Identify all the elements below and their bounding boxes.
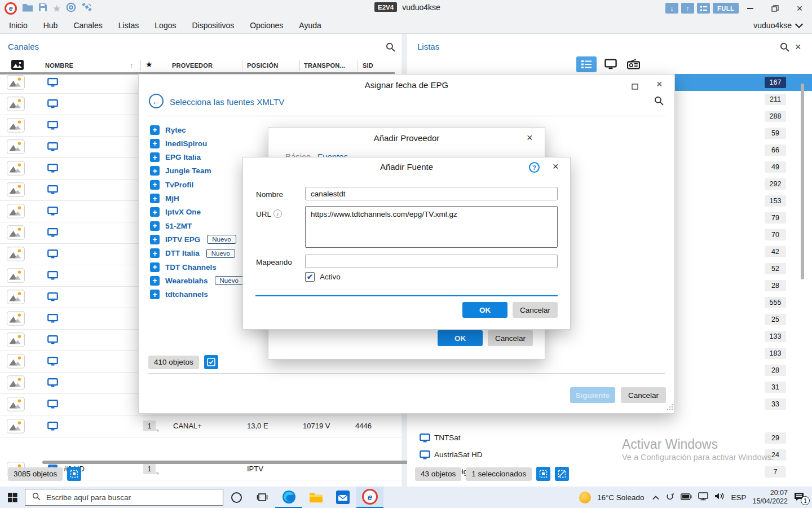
xmltv-source-name[interactable]: InediSpirou xyxy=(165,139,207,148)
edge-taskbar-icon[interactable] xyxy=(275,487,302,508)
add-source-plus-icon[interactable]: + xyxy=(150,152,160,162)
radio-lists-button[interactable] xyxy=(627,58,640,72)
clock[interactable]: 20:07 15/04/2022 xyxy=(752,489,788,506)
open-folder-icon[interactable] xyxy=(22,3,33,14)
menu-hub[interactable]: Hub xyxy=(36,18,66,33)
save-icon[interactable] xyxy=(38,3,47,14)
add-source-plus-icon[interactable]: + xyxy=(150,139,160,148)
lists-search-icon[interactable] xyxy=(780,42,789,54)
favorite-column-star-icon[interactable]: ★ xyxy=(145,60,153,69)
menu-opciones[interactable]: Opciones xyxy=(242,18,291,33)
close-icon[interactable]: × xyxy=(527,133,533,143)
full-mode-button[interactable]: FULL xyxy=(713,3,739,14)
xmltv-source-name[interactable]: 51-ZMT xyxy=(165,222,192,230)
start-button[interactable] xyxy=(0,487,25,508)
mapping-input[interactable] xyxy=(305,255,558,268)
menu-canales[interactable]: Canales xyxy=(65,18,110,33)
weather-text[interactable]: 16°C Soleado xyxy=(597,493,644,502)
close-icon[interactable]: × xyxy=(656,79,663,89)
deselect-all-button[interactable] xyxy=(555,467,569,481)
sync-tray-icon[interactable] xyxy=(665,492,674,503)
add-source-plus-icon[interactable]: + xyxy=(150,262,160,272)
picon-column-icon[interactable] xyxy=(11,60,24,72)
weather-sun-icon[interactable] xyxy=(579,492,591,503)
menu-ayuda[interactable]: Ayuda xyxy=(291,18,329,33)
add-source-plus-icon[interactable]: + xyxy=(150,207,160,217)
xmltv-source-name[interactable]: Jungle Team xyxy=(165,167,211,175)
restore-button[interactable] xyxy=(762,0,787,17)
vertical-scrollbar[interactable] xyxy=(801,84,804,279)
list-item[interactable]: TNTSat29 xyxy=(407,430,812,446)
task-view-button[interactable] xyxy=(249,487,275,508)
list-view-button[interactable] xyxy=(576,56,597,72)
add-source-plus-icon[interactable]: + xyxy=(150,166,160,176)
file-explorer-taskbar-icon[interactable] xyxy=(302,487,329,508)
cortana-button[interactable] xyxy=(223,487,249,508)
taskbar-search[interactable]: Escribe aquí para buscar xyxy=(25,489,223,506)
menu-logos[interactable]: Logos xyxy=(147,18,184,33)
select-all-button[interactable] xyxy=(536,467,550,481)
next-button[interactable]: Siguiente xyxy=(570,387,615,403)
download-from-box-button[interactable]: ↓ xyxy=(665,3,678,14)
close-button[interactable]: × xyxy=(787,0,812,17)
column-proveedor[interactable]: PROVEEDOR xyxy=(172,62,213,69)
url-textarea[interactable]: https://www.tdtchannels.com/epg/TV.xml.g… xyxy=(305,206,558,248)
xmltv-source-name[interactable]: DTT Italia xyxy=(165,249,200,257)
column-nombre[interactable]: NOMBRE xyxy=(45,62,73,69)
xmltv-source-name[interactable]: Rytec xyxy=(165,126,186,134)
network-tray-icon[interactable] xyxy=(698,492,708,503)
select-all-button[interactable] xyxy=(67,467,81,481)
cancel-button[interactable]: Cancelar xyxy=(513,302,558,318)
column-sid[interactable]: SID xyxy=(363,62,373,69)
echannelizer-taskbar-icon[interactable]: e xyxy=(356,487,383,508)
target-icon[interactable] xyxy=(66,2,76,15)
xmltv-source-name[interactable]: TDT Channels xyxy=(165,263,217,271)
notification-center-button[interactable]: 1 xyxy=(794,491,809,503)
add-source-plus-icon[interactable]: + xyxy=(150,248,160,258)
maximize-icon[interactable] xyxy=(632,82,638,92)
add-source-plus-icon[interactable]: + xyxy=(150,125,160,135)
close-icon[interactable]: × xyxy=(553,161,559,172)
add-source-plus-icon[interactable]: + xyxy=(150,290,160,299)
menu-inicio[interactable]: Inicio xyxy=(1,18,36,33)
xmltv-source-name[interactable]: EPG Italia xyxy=(165,153,201,161)
favorites-star-icon[interactable]: ★ xyxy=(52,4,61,14)
minimize-button[interactable] xyxy=(738,0,762,17)
check-all-button[interactable] xyxy=(204,355,218,369)
mail-taskbar-icon[interactable] xyxy=(329,487,356,508)
profile-selector[interactable]: vuduo4kse xyxy=(753,21,802,30)
battery-tray-icon[interactable] xyxy=(681,492,692,502)
cancel-button[interactable]: Cancelar xyxy=(621,387,666,403)
channel-row-canalplus[interactable]: 1 CANAL+ 13,0 E 10719 V 4446 xyxy=(0,416,401,437)
ok-button[interactable]: OK xyxy=(462,302,508,318)
cancel-button[interactable]: Cancelar xyxy=(488,330,533,346)
xmltv-source-name[interactable]: tdtchannels xyxy=(165,290,208,299)
upload-to-box-button[interactable]: ↑ xyxy=(681,3,694,14)
column-transpondedor[interactable]: TRANSPON... xyxy=(304,62,345,69)
satellite-icon[interactable] xyxy=(81,2,92,15)
help-icon[interactable]: ? xyxy=(529,162,540,173)
add-source-plus-icon[interactable]: + xyxy=(150,276,160,286)
horizontal-scrollbar[interactable] xyxy=(42,461,430,464)
resize-grip[interactable] xyxy=(667,402,673,413)
name-input[interactable] xyxy=(305,187,558,200)
add-source-plus-icon[interactable]: + xyxy=(150,235,160,244)
back-button[interactable]: ← xyxy=(149,94,164,108)
active-checkbox[interactable]: ✔ xyxy=(305,272,315,282)
epg-search-icon[interactable] xyxy=(654,96,664,108)
ok-button[interactable]: OK xyxy=(438,330,483,346)
split-view-button[interactable] xyxy=(697,3,710,14)
volume-tray-icon[interactable] xyxy=(714,492,725,502)
add-source-plus-icon[interactable]: + xyxy=(150,221,160,231)
xmltv-source-name[interactable]: IPTV EPG xyxy=(165,235,200,244)
menu-listas[interactable]: Listas xyxy=(111,18,147,33)
add-source-plus-icon[interactable]: + xyxy=(150,194,160,203)
sort-ascending-icon[interactable]: ↑ xyxy=(130,61,134,69)
xmltv-source-name[interactable]: TvProfil xyxy=(165,181,193,189)
language-indicator[interactable]: ESP xyxy=(731,493,746,502)
xmltv-source-name[interactable]: Weareblahs xyxy=(165,277,208,285)
tv-lists-button[interactable] xyxy=(604,59,617,72)
column-posicion[interactable]: POSICIÓN xyxy=(247,62,278,69)
xmltv-source-name[interactable]: MjH xyxy=(165,194,179,203)
add-source-plus-icon[interactable]: + xyxy=(150,180,160,190)
